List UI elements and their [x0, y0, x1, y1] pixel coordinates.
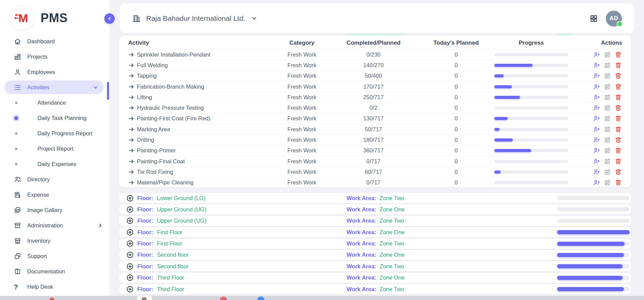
- assign-user-button[interactable]: [593, 115, 600, 122]
- edit-button[interactable]: [603, 93, 611, 101]
- delete-button[interactable]: [614, 125, 622, 133]
- table-row[interactable]: Marking AreaFresh Work50/7170: [128, 124, 622, 134]
- delete-button[interactable]: [614, 83, 622, 91]
- company-selector[interactable]: Raja Bahadur International Ltd.: [132, 14, 257, 23]
- sidebar-collapse-button[interactable]: [104, 13, 115, 24]
- assign-user-button[interactable]: [593, 72, 600, 80]
- sidebar-subitem-daily-progress-report[interactable]: Daily Progress Report: [0, 126, 110, 141]
- sidebar-item-projects[interactable]: Projects: [0, 49, 110, 64]
- assign-user-button[interactable]: [593, 168, 600, 176]
- table-row[interactable]: Painting-First Coat (Fire Red)Fresh Work…: [128, 113, 622, 124]
- sidebar-subitem-project-report[interactable]: Project Report: [0, 141, 110, 156]
- work-area: Work Area:Zone Two: [347, 217, 404, 224]
- sidebar-item-directory[interactable]: Directory: [0, 172, 110, 187]
- progress-bar: [494, 128, 568, 131]
- edit-button[interactable]: [603, 104, 611, 112]
- floor-row[interactable]: Floor:First FloorWork Area:Zone One: [119, 227, 631, 237]
- sidebar-subitem-attendance[interactable]: Attendance: [0, 95, 110, 110]
- sidebar-subitem-daily-expenses[interactable]: Daily Expenses: [0, 156, 110, 172]
- assign-user-button[interactable]: [593, 83, 600, 91]
- floor-row[interactable]: Floor:Third FloorWork Area:Zone One: [119, 273, 631, 283]
- table-row[interactable]: TappingFresh Work50/4000: [128, 71, 622, 81]
- floor-row[interactable]: Floor:Third FloorWork Area:Zone Two: [119, 284, 631, 294]
- table-row[interactable]: LiftingFresh Work250/7170: [128, 92, 622, 102]
- table-row[interactable]: Painting-Final CoatFresh Work0/7170: [128, 156, 622, 166]
- floor-row[interactable]: Floor:Second floorWork Area:Zone One: [119, 250, 631, 260]
- sidebar-item-expense[interactable]: Expense: [0, 187, 110, 202]
- delete-button[interactable]: [614, 72, 622, 80]
- table-row[interactable]: Hydraulic Pressure TestingFresh Work0/20: [128, 102, 622, 113]
- assign-user-button[interactable]: [593, 136, 600, 144]
- edit-button[interactable]: [603, 168, 611, 176]
- assign-user-button[interactable]: [593, 158, 600, 165]
- completed-planned-cell: 250/717: [329, 94, 418, 101]
- sidebar-item-documentation[interactable]: Documentation: [0, 264, 110, 279]
- circle-plus-icon: [126, 263, 134, 270]
- edit-button[interactable]: [603, 72, 611, 80]
- delete-button[interactable]: [614, 168, 622, 176]
- delete-button[interactable]: [614, 147, 622, 154]
- progress-bar: [494, 170, 568, 174]
- assign-user-button[interactable]: [593, 61, 600, 69]
- sidebar-item-help-desk[interactable]: ?Help Desk: [0, 279, 110, 295]
- edit-button[interactable]: [603, 115, 611, 122]
- edit-button[interactable]: [603, 158, 611, 165]
- delete-button[interactable]: [614, 136, 622, 144]
- user-menu[interactable]: AD: [606, 11, 622, 27]
- table-row[interactable]: Material/Pipe CleaningFresh Work0/7170: [128, 177, 622, 188]
- edit-button[interactable]: [603, 61, 611, 69]
- arrow-right-icon: [128, 105, 135, 111]
- edit-button[interactable]: [603, 83, 611, 91]
- assign-user-button[interactable]: [593, 104, 600, 112]
- sidebar-item-label: Activities: [27, 84, 49, 91]
- edit-button[interactable]: [603, 51, 611, 59]
- progress-cell: [494, 181, 568, 184]
- delete-button[interactable]: [614, 61, 622, 69]
- logo-mark-icon: M: [10, 5, 35, 31]
- sidebar-item-support[interactable]: Support: [0, 249, 110, 264]
- apps-grid-icon[interactable]: [589, 14, 598, 23]
- floor-progress-bar: [557, 276, 630, 280]
- circle-plus-icon: [126, 286, 134, 293]
- assign-user-button[interactable]: [593, 147, 600, 154]
- table-row[interactable]: Fabrication-Branch MakingFresh Work170/7…: [128, 81, 622, 92]
- table-row[interactable]: Sprinkler Installation-PendantFresh Work…: [128, 49, 622, 60]
- sidebar-item-label: Help Desk: [27, 284, 53, 290]
- sidebar-item-administration[interactable]: Administration: [0, 218, 110, 233]
- delete-button[interactable]: [614, 93, 622, 101]
- todays-planned-cell: 0: [418, 169, 494, 175]
- floor-row[interactable]: Floor:First FloorWork Area:Zone Two: [119, 239, 631, 249]
- sidebar-subitem-label: Daily Expenses: [37, 161, 76, 167]
- floor-row[interactable]: Floor:Upper Ground (UG)Work Area:Zone Tw…: [119, 216, 631, 226]
- todays-planned-cell: 0: [418, 51, 494, 58]
- delete-button[interactable]: [614, 51, 622, 59]
- circle-plus-icon: [126, 274, 134, 281]
- edit-button[interactable]: [603, 147, 611, 154]
- floor-row[interactable]: Floor:Upper Ground (UG)Work Area:Zone On…: [119, 204, 631, 214]
- delete-button[interactable]: [614, 158, 622, 165]
- sidebar-subitem-daily-task-planning[interactable]: Daily Task Planning: [0, 110, 110, 126]
- floor-row[interactable]: Floor:Second floorWork Area:Zone Two: [119, 261, 631, 271]
- edit-button[interactable]: [603, 136, 611, 144]
- sidebar-item-inventory[interactable]: Inventory: [0, 233, 110, 249]
- sidebar-item-activities[interactable]: Activities: [4, 80, 104, 94]
- table-row[interactable]: Painting-PrimerFresh Work360/7170: [128, 145, 622, 156]
- table-row[interactable]: Tie Rod FixingFresh Work60/7170: [128, 166, 622, 177]
- edit-button[interactable]: [603, 179, 611, 186]
- edit-button[interactable]: [603, 125, 611, 133]
- delete-button[interactable]: [614, 104, 622, 112]
- table-row[interactable]: DrillingFresh Work180/7170: [128, 134, 622, 145]
- sidebar-item-dashboard[interactable]: Dashboard: [0, 34, 110, 49]
- assign-user-button[interactable]: [593, 93, 600, 101]
- table-row[interactable]: Full WeldingFresh Work140/2700: [128, 60, 622, 70]
- progress-cell: [494, 160, 568, 163]
- delete-button[interactable]: [614, 115, 622, 122]
- floor-label: Floor:: [137, 229, 153, 236]
- sidebar-item-image-gallary[interactable]: Image Gallary: [0, 202, 110, 218]
- sidebar-item-employees[interactable]: Employees: [0, 64, 110, 80]
- assign-user-button[interactable]: [593, 51, 600, 59]
- assign-user-button[interactable]: [593, 179, 600, 186]
- delete-button[interactable]: [614, 179, 622, 186]
- assign-user-button[interactable]: [593, 125, 600, 133]
- floor-row[interactable]: Floor:Lower Ground (LG)Work Area:Zone Tw…: [119, 193, 631, 203]
